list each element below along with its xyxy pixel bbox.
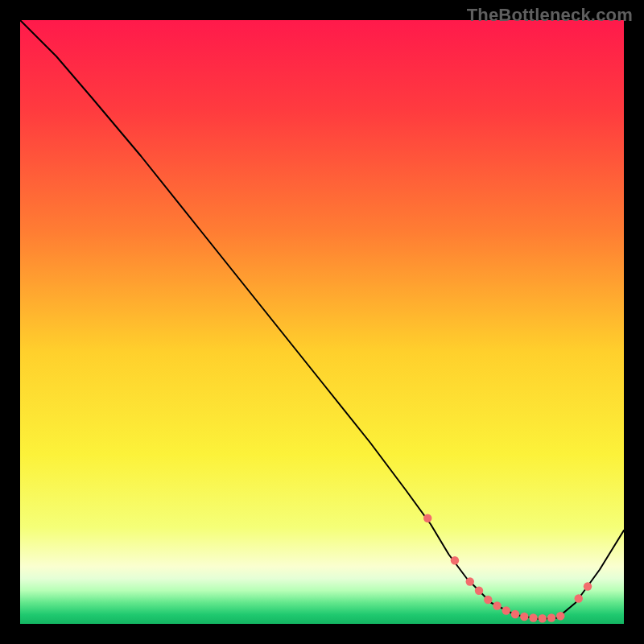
- curve-marker: [493, 601, 501, 609]
- plot-area: [20, 20, 624, 624]
- curve-marker: [451, 556, 459, 564]
- curve-marker: [520, 613, 528, 621]
- curve-marker: [539, 614, 547, 622]
- curve-marker: [423, 514, 431, 522]
- watermark-text: TheBottleneck.com: [467, 5, 633, 26]
- curve-marker: [529, 613, 537, 621]
- curve-marker: [547, 613, 555, 621]
- gradient-background: [20, 20, 624, 624]
- curve-marker: [484, 596, 492, 604]
- curve-marker: [584, 582, 592, 590]
- curve-marker: [575, 594, 583, 602]
- chart-frame: TheBottleneck.com: [0, 0, 644, 644]
- curve-marker: [556, 612, 564, 620]
- chart-svg: [20, 20, 624, 624]
- curve-marker: [475, 587, 483, 595]
- curve-marker: [466, 577, 474, 585]
- curve-marker: [502, 606, 510, 614]
- curve-marker: [511, 610, 519, 618]
